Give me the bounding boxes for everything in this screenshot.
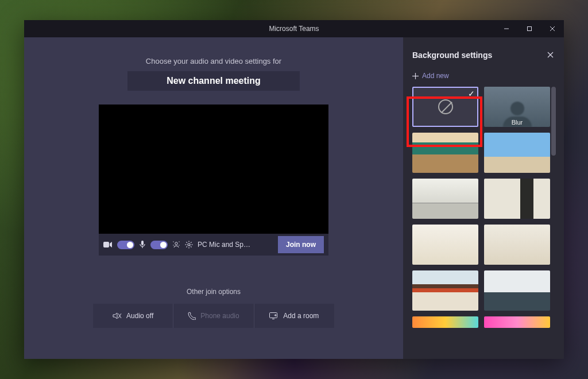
annotation-highlight: [407, 96, 482, 147]
bg-option-image[interactable]: [484, 316, 550, 328]
background-settings-pane: Background settings Add new: [403, 37, 564, 359]
media-toolbar: PC Mic and Sp… Join now: [99, 234, 328, 256]
add-room-label: Add a room: [283, 312, 319, 320]
phone-audio-label: Phone audio: [200, 312, 239, 320]
add-new-label: Add new: [422, 72, 449, 80]
instruction-text: Choose your audio and video settings for: [146, 57, 281, 65]
bg-option-image[interactable]: [484, 133, 550, 173]
svg-point-6: [175, 242, 177, 245]
plus-icon: [412, 73, 419, 79]
titlebar: Microsoft Teams: [24, 20, 564, 37]
prejoin-pane: Choose your audio and video settings for…: [24, 37, 403, 359]
phone-audio-option: Phone audio: [173, 304, 253, 328]
desktop-background: Microsoft Teams: [0, 0, 588, 379]
close-icon: [550, 26, 555, 32]
svg-point-11: [188, 243, 190, 246]
bg-option-image[interactable]: [412, 316, 478, 328]
mic-toggle[interactable]: [150, 241, 168, 249]
add-new-background[interactable]: Add new: [412, 72, 556, 80]
add-room-option[interactable]: Add a room: [254, 304, 334, 328]
svg-point-7: [173, 241, 173, 242]
other-options-label: Other join options: [187, 288, 241, 296]
close-icon: [547, 52, 554, 58]
bg-option-image[interactable]: [484, 225, 550, 265]
maximize-button[interactable]: [518, 20, 541, 37]
camera-icon: [103, 241, 113, 248]
speaker-off-icon: [113, 312, 122, 320]
svg-point-10: [179, 245, 179, 245]
close-button[interactable]: [541, 20, 564, 37]
svg-line-18: [191, 242, 191, 243]
svg-line-19: [187, 246, 187, 247]
background-settings-title: Background settings: [412, 51, 492, 60]
bg-option-image[interactable]: [412, 179, 478, 219]
bg-option-image[interactable]: [412, 225, 478, 265]
svg-point-8: [179, 241, 179, 242]
audio-device-label: PC Mic and Sp…: [198, 241, 250, 249]
background-effects-icon[interactable]: [172, 241, 180, 249]
svg-rect-4: [103, 242, 109, 247]
window-title: Microsoft Teams: [269, 25, 319, 33]
mic-icon: [139, 241, 146, 249]
bg-option-blur[interactable]: Blur: [484, 87, 550, 127]
minimize-icon: [504, 26, 509, 32]
gear-icon[interactable]: [185, 241, 193, 249]
bg-option-image[interactable]: [484, 270, 550, 311]
svg-rect-1: [528, 27, 532, 31]
meeting-title: New channel meeting: [127, 71, 300, 91]
svg-line-16: [187, 242, 187, 243]
audio-off-label: Audio off: [126, 312, 153, 320]
window-controls: [495, 20, 564, 37]
scrollbar[interactable]: [551, 87, 556, 156]
svg-line-17: [191, 246, 191, 247]
svg-point-9: [173, 245, 173, 245]
bg-option-image[interactable]: [484, 179, 550, 219]
camera-toggle[interactable]: [117, 241, 134, 249]
video-preview: [99, 105, 328, 234]
other-options-row: Audio off Phone audio Add a room: [93, 304, 334, 328]
close-pane-button[interactable]: [545, 48, 556, 63]
add-room-icon: [269, 312, 278, 319]
bg-option-image[interactable]: [412, 270, 478, 311]
phone-icon: [188, 312, 196, 320]
maximize-icon: [527, 26, 532, 32]
minimize-button[interactable]: [495, 20, 518, 37]
svg-rect-5: [141, 241, 144, 245]
join-now-button[interactable]: Join now: [278, 236, 324, 253]
audio-off-option[interactable]: Audio off: [93, 304, 173, 328]
blur-label: Blur: [484, 119, 550, 126]
teams-window: Microsoft Teams: [24, 20, 564, 359]
